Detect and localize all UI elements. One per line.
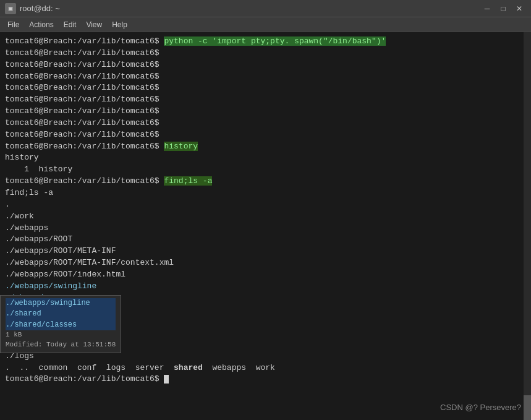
prompt-line-4: tomcat6@Breach:/var/lib/tomcat6$ (5, 82, 526, 94)
history-cmd-line: tomcat6@Breach:/var/lib/tomcat6$ history (5, 141, 526, 153)
history-command: history (164, 142, 198, 151)
python-command: python -c 'import pty;pty. spawn("/bin/b… (164, 36, 386, 46)
close-button[interactable]: ✕ (512, 3, 526, 14)
find-cmd-line: tomcat6@Breach:/var/lib/tomcat6$ find;ls… (5, 176, 526, 187)
find-output: find;ls -a (5, 187, 526, 199)
prompt-line-2: tomcat6@Breach:/var/lib/tomcat6$ (5, 59, 526, 71)
maximize-button[interactable]: □ (496, 3, 510, 14)
shared-highlight: shared (174, 363, 203, 372)
prompt-line-8: tomcat6@Breach:/var/lib/tomcat6$ (5, 129, 526, 141)
menubar: File Actions Edit View Help (0, 17, 531, 32)
titlebar: ▣ root@dd: ~ ─ □ ✕ (0, 0, 531, 17)
tooltip-shared: ./shared (6, 309, 116, 319)
tooltip-size: 1 kB (6, 330, 116, 340)
prompt-line-6: tomcat6@Breach:/var/lib/tomcat6$ (5, 106, 526, 118)
tooltip-swingline: ./webapps/swingline (6, 298, 116, 309)
menu-view[interactable]: View (81, 19, 107, 30)
terminal-icon: ▣ (5, 3, 16, 14)
watermark: CSDN @? Persevere? (440, 402, 521, 414)
prompt-line-3: tomcat6@Breach:/var/lib/tomcat6$ (5, 71, 526, 83)
menu-help[interactable]: Help (107, 19, 132, 30)
python-cmd-line: tomcat6@Breach:/var/lib/tomcat6$ python … (5, 36, 526, 48)
history-output-label: history (5, 152, 526, 164)
menu-edit[interactable]: Edit (59, 19, 82, 30)
path-webapps-root: ./webapps/ROOT (5, 234, 526, 246)
minimize-button[interactable]: ─ (480, 3, 494, 14)
titlebar-left: ▣ root@dd: ~ (5, 3, 60, 14)
find-command: find;ls -a (164, 176, 212, 186)
path-webapps: ./webapps (5, 223, 526, 234)
titlebar-title: root@dd: ~ (20, 4, 60, 13)
path-webapps-index: ./webapps/ROOT/index.html (5, 269, 526, 281)
history-entry: 1 history (5, 164, 526, 176)
titlebar-controls: ─ □ ✕ (480, 3, 526, 14)
scrollbar-thumb[interactable] (524, 395, 531, 420)
terminal[interactable]: tomcat6@Breach:/var/lib/tomcat6$ python … (0, 32, 531, 420)
cursor (164, 375, 169, 384)
prompt-line-1: tomcat6@Breach:/var/lib/tomcat6$ (5, 48, 526, 59)
menu-actions[interactable]: Actions (24, 19, 58, 30)
path-dot: . (5, 199, 526, 211)
prompt-line-7: tomcat6@Breach:/var/lib/tomcat6$ (5, 118, 526, 129)
ls-output-line: . .. common conf logs server shared weba… (5, 362, 526, 374)
scrollbar[interactable] (524, 32, 531, 420)
file-tooltip: ./webapps/swingline ./shared ./shared/cl… (0, 295, 121, 353)
path-work: ./work (5, 211, 526, 223)
menu-file[interactable]: File (2, 19, 24, 30)
tooltip-shared-classes: ./shared/classes (6, 320, 116, 330)
tooltip-modified: Modified: Today at 13:51:58 (6, 340, 116, 350)
path-webapps-context: ./webapps/ROOT/META-INF/context.xml (5, 257, 526, 269)
prompt-line-5: tomcat6@Breach:/var/lib/tomcat6$ (5, 94, 526, 106)
path-webapps-meta: ./webapps/ROOT/META-INF (5, 246, 526, 257)
final-prompt-line: tomcat6@Breach:/var/lib/tomcat6$ (5, 374, 526, 385)
path-swingline: ./webapps/swingline (5, 281, 526, 293)
